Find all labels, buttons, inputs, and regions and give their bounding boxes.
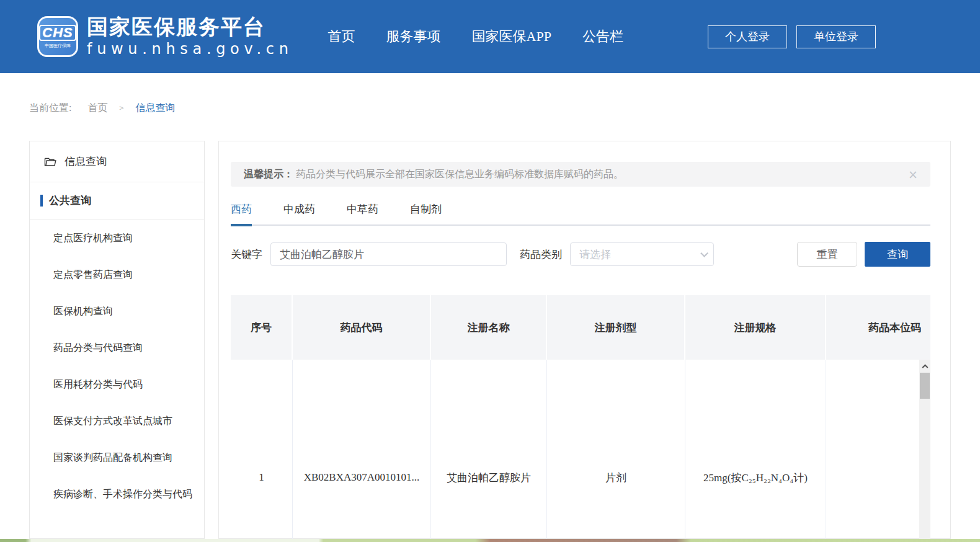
drug-type-tabs: 西药 中成药 中草药 自制剂 <box>231 202 930 226</box>
breadcrumb: 当前位置: 首页 ＞ 信息查询 <box>29 102 980 114</box>
chs-logo-text: CHS <box>39 25 76 41</box>
category-label: 药品类别 <box>520 247 562 262</box>
tab-self-made-preparation[interactable]: 自制剂 <box>410 202 442 224</box>
col-header-registered-name: 注册名称 <box>431 295 547 360</box>
sidebar-item-disease-diagnosis-codes[interactable]: 疾病诊断、手术操作分类与代码 <box>30 476 204 512</box>
sidebar-item-medical-consumables[interactable]: 医用耗材分类与代码 <box>30 366 204 402</box>
site-domain: fuwu.nhsa.gov.cn <box>87 40 293 58</box>
nav-item-announcements[interactable]: 公告栏 <box>582 27 623 46</box>
cell-registered-name: 艾曲泊帕乙醇胺片 <box>431 360 547 539</box>
breadcrumb-separator-icon: ＞ <box>117 102 125 113</box>
nav-item-services[interactable]: 服务事项 <box>386 27 441 46</box>
top-header: CHS 中国医疗保障 国家医保服务平台 fuwu.nhsa.gov.cn 首页 … <box>0 0 980 73</box>
scrollbar-thumb[interactable] <box>920 373 930 399</box>
tab-chinese-patent-medicine[interactable]: 中成药 <box>283 202 315 224</box>
sidebar: 信息查询 公共查询 定点医疗机构查询 定点零售药店查询 医保机构查询 药品分类与… <box>29 141 205 539</box>
cell-dosage-form: 片剂 <box>547 360 685 539</box>
active-section-bar <box>40 195 43 207</box>
table-header-row: 序号 药品代码 注册名称 注册剂型 注册规格 药品本位码 <box>231 295 930 360</box>
col-header-specification: 注册规格 <box>685 295 826 360</box>
col-header-standard-code: 药品本位码 <box>826 295 930 360</box>
tab-western-medicine[interactable]: 西药 <box>231 202 252 224</box>
sidebar-item-insurance-orgs[interactable]: 医保机构查询 <box>30 293 204 329</box>
cell-drug-code: XB02BXA307A0010101... <box>293 360 431 539</box>
col-header-dosage-form: 注册剂型 <box>547 295 685 360</box>
results-table: 序号 药品代码 注册名称 注册剂型 注册规格 药品本位码 1 XB02BXA30… <box>231 295 930 539</box>
sidebar-item-designated-pharmacies[interactable]: 定点零售药店查询 <box>30 256 204 293</box>
site-logo[interactable]: CHS 中国医疗保障 国家医保服务平台 fuwu.nhsa.gov.cn <box>37 15 293 58</box>
col-header-index: 序号 <box>231 295 293 360</box>
category-select[interactable]: 请选择 <box>570 242 714 266</box>
notice-text: 药品分类与代码展示全部在国家医保信息业务编码标准数据库赋码的药品。 <box>296 168 623 181</box>
unit-login-button[interactable]: 单位登录 <box>796 25 876 48</box>
main-panel: 温馨提示： 药品分类与代码展示全部在国家医保信息业务编码标准数据库赋码的药品。 … <box>218 141 951 539</box>
sidebar-section-public-query[interactable]: 公共查询 <box>30 182 204 220</box>
query-button[interactable]: 查询 <box>865 242 930 267</box>
reset-button[interactable]: 重置 <box>797 242 857 267</box>
sidebar-item-info-query[interactable]: 信息查询 <box>30 141 204 182</box>
tab-chinese-herbal-medicine[interactable]: 中草药 <box>347 202 378 224</box>
chevron-down-icon <box>700 249 708 257</box>
chs-logo-icon: CHS 中国医疗保障 <box>37 16 78 57</box>
notice-label: 温馨提示： <box>244 168 293 181</box>
sidebar-item-negotiated-drug-orgs[interactable]: 国家谈判药品配备机构查询 <box>30 439 204 476</box>
cell-standard-code <box>826 360 930 539</box>
nav-item-home[interactable]: 首页 <box>328 27 355 46</box>
footer-image-edge <box>0 539 980 542</box>
nav-item-app[interactable]: 国家医保APP <box>472 27 551 46</box>
table-scrollbar[interactable] <box>919 360 930 539</box>
sidebar-item-designated-medical-orgs[interactable]: 定点医疗机构查询 <box>30 220 204 256</box>
col-header-drug-code: 药品代码 <box>293 295 431 360</box>
category-select-placeholder: 请选择 <box>579 247 700 262</box>
breadcrumb-current-link[interactable]: 信息查询 <box>135 102 175 115</box>
site-title: 国家医保服务平台 <box>87 15 293 38</box>
chevron-up-icon <box>922 364 928 370</box>
keyword-label: 关键字 <box>231 247 262 262</box>
sidebar-item-drug-code-query[interactable]: 药品分类与代码查询 <box>30 329 204 366</box>
sidebar-item-payment-reform-cities[interactable]: 医保支付方式改革试点城市 <box>30 402 204 439</box>
main-nav: 首页 服务事项 国家医保APP 公告栏 <box>328 27 623 46</box>
cell-specification: 25mg(按C₂₅H₂₂N₄O₄计) <box>685 360 826 539</box>
breadcrumb-prefix: 当前位置: <box>29 102 71 115</box>
chs-logo-subtext: 中国医疗保障 <box>45 43 71 49</box>
personal-login-button[interactable]: 个人登录 <box>708 25 787 48</box>
cell-index: 1 <box>231 360 293 539</box>
close-icon[interactable]: × <box>908 169 918 180</box>
table-row: 1 XB02BXA307A0010101... 艾曲泊帕乙醇胺片 片剂 25mg… <box>231 360 930 539</box>
breadcrumb-home-link[interactable]: 首页 <box>87 102 107 115</box>
scrollbar-up-arrow[interactable] <box>919 360 930 371</box>
sidebar-section-label: 公共查询 <box>49 193 91 208</box>
sidebar-root-label: 信息查询 <box>65 154 107 169</box>
folder-icon <box>44 156 56 167</box>
keyword-input[interactable] <box>270 242 507 266</box>
notice-bar: 温馨提示： 药品分类与代码展示全部在国家医保信息业务编码标准数据库赋码的药品。 … <box>231 162 930 187</box>
search-bar: 关键字 药品类别 请选择 重置 查询 <box>231 242 930 267</box>
